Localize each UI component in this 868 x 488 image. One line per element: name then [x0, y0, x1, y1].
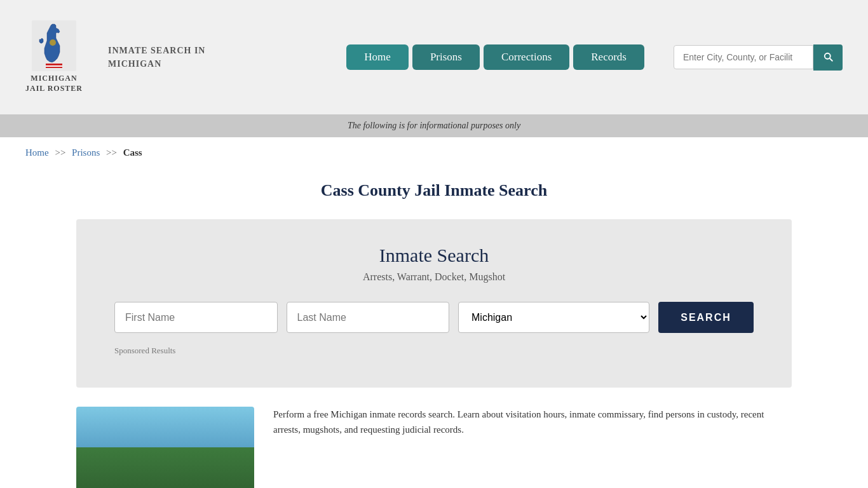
breadcrumb: Home >> Prisons >> Cass	[0, 137, 868, 168]
logo-area: MICHIGAN JAIL ROSTER	[25, 20, 83, 93]
header-search-input[interactable]	[674, 45, 813, 69]
first-name-input[interactable]	[114, 302, 278, 333]
svg-rect-4	[46, 67, 62, 68]
breadcrumb-prisons-link[interactable]: Prisons	[72, 147, 100, 158]
nav-home-button[interactable]: Home	[346, 44, 409, 70]
sponsored-results-label: Sponsored Results	[114, 346, 754, 356]
search-card-title: Inmate Search	[114, 245, 754, 266]
info-bar: The following is for informational purpo…	[0, 114, 868, 137]
nav-prisons-button[interactable]: Prisons	[412, 44, 480, 70]
site-header: MICHIGAN JAIL ROSTER INMATE SEARCH IN MI…	[0, 0, 868, 114]
header-search-button[interactable]	[813, 44, 843, 71]
nav-records-button[interactable]: Records	[573, 44, 644, 70]
search-button[interactable]: SEARCH	[658, 302, 754, 333]
search-card-subtitle: Arrests, Warrant, Docket, Mugshot	[114, 271, 754, 283]
page-title: Cass County Jail Inmate Search	[0, 181, 868, 200]
bottom-section: Perform a free Michigan inmate records s…	[0, 388, 868, 488]
site-title: INMATE SEARCH IN MICHIGAN	[108, 44, 222, 71]
breadcrumb-home-link[interactable]: Home	[25, 147, 49, 158]
nav-corrections-button[interactable]: Corrections	[484, 44, 569, 70]
michigan-logo-icon	[32, 20, 76, 71]
state-select[interactable]: AlabamaAlaskaArizonaArkansasCaliforniaCo…	[458, 302, 649, 333]
breadcrumb-sep-1: >>	[55, 147, 65, 158]
bottom-description: Perform a free Michigan inmate records s…	[273, 407, 792, 437]
svg-rect-3	[46, 65, 62, 67]
facility-image	[76, 407, 254, 488]
svg-rect-2	[46, 64, 62, 65]
logo-text: MICHIGAN JAIL ROSTER	[25, 74, 83, 93]
header-search-area	[674, 44, 843, 71]
last-name-input[interactable]	[287, 302, 450, 333]
facility-image-inner	[76, 407, 254, 488]
main-nav: Home Prisons Corrections Records	[346, 44, 644, 70]
search-icon	[822, 51, 834, 62]
search-form: AlabamaAlaskaArizonaArkansasCaliforniaCo…	[114, 302, 754, 333]
search-card: Inmate Search Arrests, Warrant, Docket, …	[76, 219, 792, 388]
breadcrumb-current: Cass	[123, 147, 142, 158]
breadcrumb-sep-2: >>	[106, 147, 117, 158]
svg-point-1	[50, 39, 56, 46]
info-bar-text: The following is for informational purpo…	[348, 121, 520, 130]
